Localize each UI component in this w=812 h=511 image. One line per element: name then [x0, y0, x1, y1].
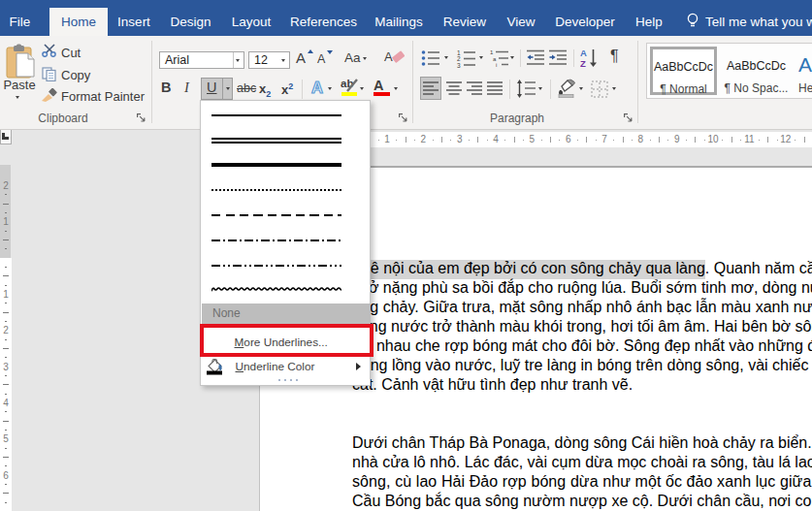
- svg-text:3: 3: [457, 62, 461, 69]
- svg-text:i: i: [496, 62, 497, 68]
- svg-text:A: A: [580, 48, 587, 58]
- svg-text:Z: Z: [580, 58, 586, 68]
- svg-text:A: A: [311, 79, 323, 96]
- svg-text:1: 1: [490, 49, 494, 55]
- svg-text:a: a: [493, 56, 497, 62]
